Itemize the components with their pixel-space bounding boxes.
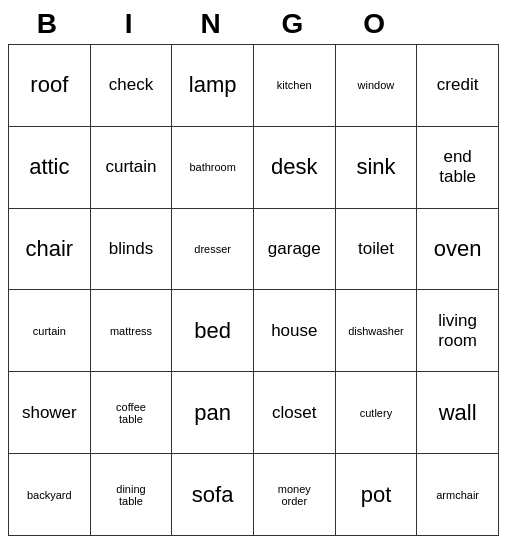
bingo-cell: curtain — [9, 290, 91, 372]
bingo-cell: livingroom — [417, 290, 499, 372]
table-row: showercoffeetablepanclosetcutlerywall — [9, 372, 499, 454]
bingo-cell: check — [90, 45, 172, 127]
bingo-cell: bed — [172, 290, 254, 372]
bingo-cell: backyard — [9, 454, 91, 536]
bingo-cell: attic — [9, 126, 91, 208]
bingo-cell: blinds — [90, 208, 172, 290]
header-letter-empty — [417, 8, 499, 40]
bingo-cell: armchair — [417, 454, 499, 536]
bingo-cell: cutlery — [335, 372, 417, 454]
bingo-cell: sofa — [172, 454, 254, 536]
table-row: curtainmattressbedhousedishwasherlivingr… — [9, 290, 499, 372]
bingo-cell: endtable — [417, 126, 499, 208]
bingo-cell: pot — [335, 454, 417, 536]
bingo-cell: house — [253, 290, 335, 372]
header-letter-I: I — [90, 8, 172, 40]
header-letter-B: B — [8, 8, 90, 40]
bingo-cell: window — [335, 45, 417, 127]
bingo-cell: oven — [417, 208, 499, 290]
bingo-cell: pan — [172, 372, 254, 454]
bingo-grid: roofchecklampkitchenwindowcreditatticcur… — [8, 44, 499, 536]
bingo-header: BINGO — [8, 8, 499, 40]
table-row: atticcurtainbathroomdesksinkendtable — [9, 126, 499, 208]
header-letter-G: G — [253, 8, 335, 40]
table-row: roofchecklampkitchenwindowcredit — [9, 45, 499, 127]
table-row: backyarddiningtablesofamoneyorderpotarmc… — [9, 454, 499, 536]
bingo-cell: desk — [253, 126, 335, 208]
table-row: chairblindsdressergaragetoiletoven — [9, 208, 499, 290]
bingo-cell: wall — [417, 372, 499, 454]
header-letter-N: N — [172, 8, 254, 40]
bingo-cell: garage — [253, 208, 335, 290]
bingo-cell: kitchen — [253, 45, 335, 127]
bingo-cell: diningtable — [90, 454, 172, 536]
bingo-cell: shower — [9, 372, 91, 454]
bingo-cell: closet — [253, 372, 335, 454]
bingo-cell: lamp — [172, 45, 254, 127]
bingo-cell: bathroom — [172, 126, 254, 208]
bingo-cell: roof — [9, 45, 91, 127]
bingo-cell: sink — [335, 126, 417, 208]
bingo-cell: mattress — [90, 290, 172, 372]
bingo-cell: toilet — [335, 208, 417, 290]
bingo-cell: curtain — [90, 126, 172, 208]
bingo-cell: credit — [417, 45, 499, 127]
bingo-cell: coffeetable — [90, 372, 172, 454]
bingo-cell: dishwasher — [335, 290, 417, 372]
header-letter-O: O — [335, 8, 417, 40]
bingo-cell: dresser — [172, 208, 254, 290]
bingo-cell: moneyorder — [253, 454, 335, 536]
bingo-cell: chair — [9, 208, 91, 290]
